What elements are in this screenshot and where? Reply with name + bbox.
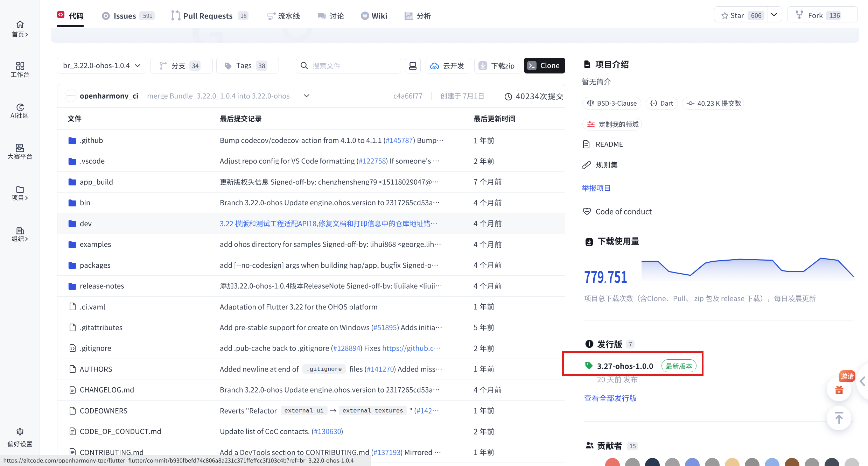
svg-text:W: W — [363, 13, 368, 19]
